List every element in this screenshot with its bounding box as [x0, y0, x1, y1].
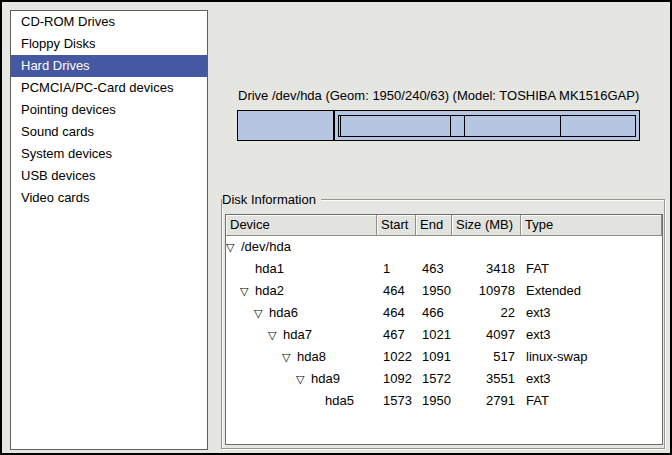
table-row-hda9[interactable]: ▽hda9109215723551ext3: [226, 368, 662, 390]
device-label: hda9: [311, 368, 340, 390]
tree-indent: [226, 379, 296, 380]
cell-device: ▽hda7: [226, 324, 377, 346]
cell-device: ▽hda8: [226, 346, 377, 368]
cell-start: [377, 236, 416, 258]
expander-icon[interactable]: ▽: [240, 280, 255, 302]
cell-end: 1021: [416, 324, 452, 346]
expander-icon[interactable]: ▽: [296, 368, 311, 390]
cell-type: ext3: [521, 368, 662, 390]
extended-partition-hda2-inner-bar: [338, 115, 636, 137]
cell-type: [521, 236, 662, 258]
expander-icon[interactable]: ▽: [254, 302, 269, 324]
cell-size: 3418: [452, 258, 521, 280]
device-label: hda2: [255, 280, 284, 302]
disk-information-frame: Disk Information DeviceStartEndSize (MB)…: [221, 199, 665, 449]
cell-device: ▽hda2: [226, 280, 377, 302]
tree-indent: [226, 357, 282, 358]
cell-start: 1573: [377, 390, 416, 412]
cell-end: 1572: [416, 368, 452, 390]
sidebar-item-hard-drives[interactable]: Hard Drives: [11, 55, 207, 77]
sidebar-item-floppy-disks[interactable]: Floppy Disks: [11, 33, 207, 55]
cell-start: 1092: [377, 368, 416, 390]
sidebar-item-pcmcia-pc-card-devices[interactable]: PCMCIA/PC-Card devices: [11, 77, 207, 99]
cell-end: 463: [416, 258, 452, 280]
partition-segment-hda7-boundary: [450, 116, 451, 136]
hardware-browser-window: CD-ROM DrivesFloppy DisksHard DrivesPCMC…: [0, 0, 672, 455]
table-row-dev-hda[interactable]: ▽/dev/hda: [226, 236, 662, 258]
device-label: hda7: [283, 324, 312, 346]
column-header-size-mb[interactable]: Size (MB): [452, 215, 521, 236]
cell-type: linux-swap: [521, 346, 662, 368]
cell-type: FAT: [521, 258, 662, 280]
table-row-hda1[interactable]: hda114633418FAT: [226, 258, 662, 280]
cell-end: 1950: [416, 280, 452, 302]
partition-bar: [237, 110, 640, 141]
cell-device: ▽hda6: [226, 302, 377, 324]
expander-icon[interactable]: ▽: [226, 236, 241, 258]
cell-size: 4097: [452, 324, 521, 346]
device-category-list: CD-ROM DrivesFloppy DisksHard DrivesPCMC…: [10, 10, 208, 450]
column-header-device[interactable]: Device: [226, 215, 377, 236]
tree-indent: [226, 335, 268, 336]
table-row-hda8[interactable]: ▽hda810221091517linux-swap: [226, 346, 662, 368]
sidebar-item-cd-rom-drives[interactable]: CD-ROM Drives: [11, 11, 207, 33]
cell-start: 1022: [377, 346, 416, 368]
cell-type: ext3: [521, 302, 662, 324]
expander-icon[interactable]: ▽: [282, 346, 297, 368]
sidebar-item-system-devices[interactable]: System devices: [11, 143, 207, 165]
tree-indent: [226, 269, 240, 270]
cell-size: 22: [452, 302, 521, 324]
device-label: hda6: [269, 302, 298, 324]
cell-end: 1091: [416, 346, 452, 368]
cell-type: FAT: [521, 390, 662, 412]
device-label: hda1: [255, 258, 284, 280]
device-label: hda8: [297, 346, 326, 368]
cell-start: 464: [377, 302, 416, 324]
cell-device: hda1: [226, 258, 377, 280]
tree-indent: [226, 401, 310, 402]
cell-size: 10978: [452, 280, 521, 302]
cell-size: 3551: [452, 368, 521, 390]
tree-indent: [226, 291, 240, 292]
expander-icon[interactable]: ▽: [268, 324, 283, 346]
cell-size: 517: [452, 346, 521, 368]
disk-table-body: ▽/dev/hdahda114633418FAT▽hda246419501097…: [226, 236, 662, 412]
device-label: hda5: [325, 390, 354, 412]
cell-end: 1950: [416, 390, 452, 412]
disk-information-label: Disk Information: [222, 191, 321, 208]
cell-end: 466: [416, 302, 452, 324]
cell-start: 1: [377, 258, 416, 280]
cell-device: ▽hda9: [226, 368, 377, 390]
cell-size: [452, 236, 521, 258]
partition-segment-hda1-boundary: [333, 111, 335, 140]
cell-size: 2791: [452, 390, 521, 412]
partition-segment-hda8-boundary: [464, 116, 465, 136]
sidebar-item-pointing-devices[interactable]: Pointing devices: [11, 99, 207, 121]
cell-start: 464: [377, 280, 416, 302]
table-row-hda6[interactable]: ▽hda646446622ext3: [226, 302, 662, 324]
cell-start: 467: [377, 324, 416, 346]
disk-table-header: DeviceStartEndSize (MB)Type: [226, 215, 662, 236]
table-row-hda7[interactable]: ▽hda746710214097ext3: [226, 324, 662, 346]
device-label: /dev/hda: [241, 236, 291, 258]
cell-type: ext3: [521, 324, 662, 346]
partition-segment-hda9-boundary: [560, 116, 561, 136]
sidebar-item-usb-devices[interactable]: USB devices: [11, 165, 207, 187]
sidebar-item-video-cards[interactable]: Video cards: [11, 187, 207, 209]
tree-indent: [226, 313, 254, 314]
disk-table: DeviceStartEndSize (MB)Type ▽/dev/hdahda…: [225, 214, 663, 445]
column-header-end[interactable]: End: [416, 215, 452, 236]
cell-end: [416, 236, 452, 258]
table-row-hda5[interactable]: hda5157319502791FAT: [226, 390, 662, 412]
drive-title: Drive /dev/hda (Geom: 1950/240/63) (Mode…: [238, 88, 658, 103]
cell-device: ▽/dev/hda: [226, 236, 377, 258]
cell-device: hda5: [226, 390, 377, 412]
column-header-start[interactable]: Start: [377, 215, 416, 236]
column-header-type[interactable]: Type: [521, 215, 662, 236]
sidebar-item-sound-cards[interactable]: Sound cards: [11, 121, 207, 143]
table-row-hda2[interactable]: ▽hda2464195010978Extended: [226, 280, 662, 302]
cell-type: Extended: [521, 280, 662, 302]
partition-segment-hda6-boundary: [340, 116, 341, 136]
